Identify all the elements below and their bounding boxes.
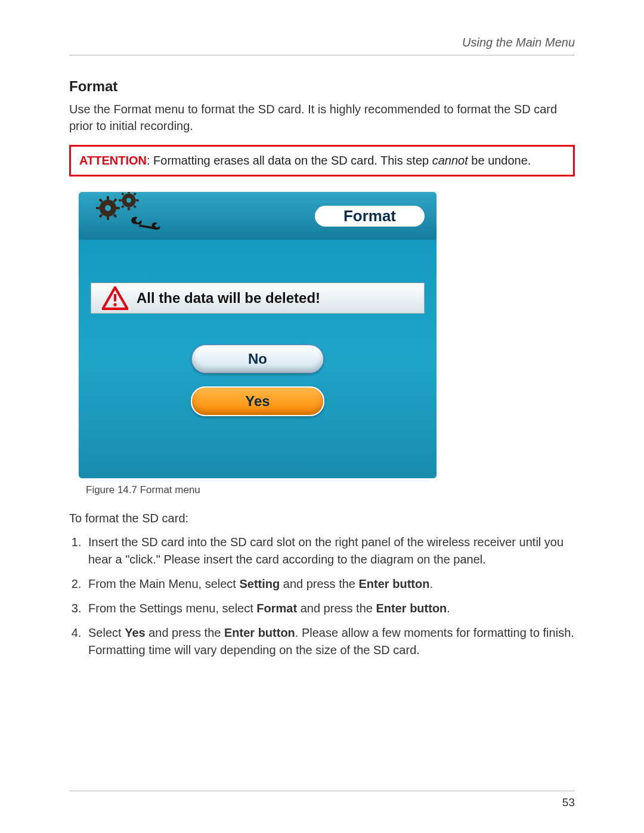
svg-rect-17 <box>121 205 125 209</box>
svg-rect-1 <box>107 196 109 200</box>
svg-rect-18 <box>133 205 137 209</box>
svg-rect-21 <box>114 294 116 301</box>
attention-box: ATTENTION: Formatting erases all data on… <box>69 145 575 176</box>
svg-rect-3 <box>96 207 100 209</box>
step-2: From the Main Menu, select Setting and p… <box>85 575 575 593</box>
step-1: Insert the SD card into the SD card slot… <box>85 534 575 568</box>
svg-rect-14 <box>135 199 138 202</box>
step-3: From the Settings menu, select Format an… <box>85 600 575 617</box>
attention-label: ATTENTION <box>79 154 147 167</box>
warning-banner: All the data will be deleted! <box>91 283 425 314</box>
yes-button-label: Yes <box>245 393 270 410</box>
wrench-icon <box>129 213 165 234</box>
device-body: All the data will be deleted! No Yes <box>79 240 436 478</box>
format-title-pill: Format <box>315 206 425 227</box>
yes-button[interactable]: Yes <box>191 386 324 416</box>
device-header: Format <box>79 192 436 240</box>
attention-text-after: be undone. <box>468 154 531 167</box>
page-number: 53 <box>69 796 575 809</box>
page-footer: 53 <box>69 791 575 809</box>
svg-rect-16 <box>133 193 137 196</box>
page-header: Using the Main Menu <box>69 36 575 55</box>
figure-caption: Figure 14.7 Format menu <box>86 484 575 496</box>
breadcrumb: Using the Main Menu <box>462 36 575 49</box>
attention-cannot: cannot <box>432 154 468 167</box>
section-lead: Use the Format menu to format the SD car… <box>69 101 575 134</box>
device-format-screen: Format All the data will be deleted! No … <box>79 192 436 478</box>
step-4: Select Yes and press the Enter button. P… <box>85 624 575 659</box>
steps-subhead: To format the SD card: <box>69 512 575 525</box>
settings-icon <box>91 196 162 236</box>
no-button-label: No <box>248 351 267 367</box>
svg-rect-5 <box>98 198 103 202</box>
section-title: Format <box>69 78 575 95</box>
format-title-text: Format <box>343 207 396 225</box>
no-button[interactable]: No <box>191 345 324 373</box>
svg-point-19 <box>126 198 131 203</box>
svg-rect-12 <box>128 207 130 210</box>
svg-rect-13 <box>119 199 122 202</box>
steps-list: Insert the SD card into the SD card slot… <box>69 534 575 659</box>
svg-rect-15 <box>121 193 125 196</box>
warning-text: All the data will be deleted! <box>137 290 320 306</box>
svg-point-9 <box>105 205 111 211</box>
svg-rect-8 <box>113 213 117 218</box>
warning-icon <box>102 286 128 310</box>
svg-rect-2 <box>107 216 109 220</box>
svg-point-22 <box>113 303 117 306</box>
attention-text-before: : Formatting erases all data on the SD c… <box>147 154 432 167</box>
svg-rect-11 <box>128 192 130 194</box>
svg-rect-7 <box>98 213 103 218</box>
